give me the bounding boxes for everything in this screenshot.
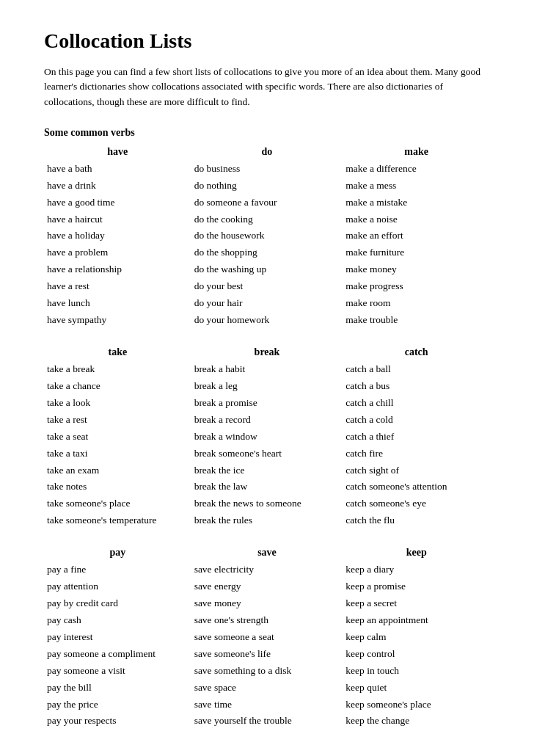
table-row: pay someone a visit <box>44 663 191 680</box>
col-header-take: take <box>44 346 191 361</box>
table-row: do the housework <box>191 228 343 244</box>
table-row: take someone's place <box>44 495 191 512</box>
table-row: pay a fine <box>44 561 191 578</box>
table-row: save electricity <box>191 561 343 578</box>
col-header-do: do <box>191 146 343 161</box>
table-row: have lunch <box>44 295 191 312</box>
table-row: pay the bill <box>44 680 191 697</box>
table-row: save something to a disk <box>191 663 343 680</box>
table-row: make a difference <box>343 161 490 178</box>
table-row: catch fire <box>343 446 490 462</box>
section-label: Some common verbs <box>44 127 490 139</box>
table-row: catch someone's attention <box>343 479 490 495</box>
table-row: make an effort <box>343 228 490 244</box>
table-row: take a break <box>44 361 191 378</box>
table-row: break a promise <box>191 395 343 412</box>
col-header-have: have <box>44 146 191 161</box>
table-row: pay someone a compliment <box>44 646 191 663</box>
table-row: take a rest <box>44 412 191 429</box>
table-row: make money <box>343 261 490 278</box>
col-header-break: break <box>191 346 343 361</box>
table-row: make progress <box>343 278 490 295</box>
table-row: save space <box>191 680 343 697</box>
table-row: do nothing <box>191 178 343 195</box>
table-row: do the cooking <box>191 211 343 228</box>
table-row: have a haircut <box>44 211 191 228</box>
table-row: pay interest <box>44 629 191 646</box>
intro-text: On this page you can find a few short li… <box>44 65 490 109</box>
col-header-save: save <box>191 547 343 561</box>
table-row: break the rules <box>191 512 343 529</box>
table-row: have a bath <box>44 161 191 178</box>
table-row: do the washing up <box>191 261 343 278</box>
table-row: save time <box>191 697 343 713</box>
table-row: do your hair <box>191 295 343 312</box>
table-row: break someone's heart <box>191 446 343 462</box>
table-row: take a seat <box>44 429 191 446</box>
table-row: do your best <box>191 278 343 295</box>
table-row: catch the flu <box>343 512 490 529</box>
table-row: keep someone's place <box>343 697 490 713</box>
table-row: keep a diary <box>343 561 490 578</box>
table-take-break-catch: take break catch take a breakbreak a hab… <box>44 346 490 529</box>
table-have-do-make: have do make have a bathdo businessmake … <box>44 146 490 329</box>
table-row: pay cash <box>44 612 191 629</box>
table-pay-save-keep: pay save keep pay a finesave electricity… <box>44 547 490 730</box>
table-row: break a window <box>191 429 343 446</box>
page-title: Collocation Lists <box>44 29 490 53</box>
table-row: make a noise <box>343 211 490 228</box>
table-row: do your homework <box>191 312 343 329</box>
table-row: save energy <box>191 578 343 595</box>
table-row: keep in touch <box>343 663 490 680</box>
table-row: take notes <box>44 479 191 495</box>
table-row: pay your respects <box>44 713 191 730</box>
table-row: make room <box>343 295 490 312</box>
table-row: save someone a seat <box>191 629 343 646</box>
table-row: have a holiday <box>44 228 191 244</box>
table-row: take a chance <box>44 378 191 395</box>
table-row: break a habit <box>191 361 343 378</box>
table-row: pay by credit card <box>44 595 191 612</box>
table-row: have a problem <box>44 244 191 261</box>
table-row: keep quiet <box>343 680 490 697</box>
table-row: have a drink <box>44 178 191 195</box>
table-row: catch a chill <box>343 395 490 412</box>
table-row: break a record <box>191 412 343 429</box>
table-row: take an exam <box>44 462 191 479</box>
table-row: pay the price <box>44 697 191 713</box>
table-row: save someone's life <box>191 646 343 663</box>
col-header-keep: keep <box>343 547 490 561</box>
table-row: do someone a favour <box>191 195 343 211</box>
table-row: catch a thief <box>343 429 490 446</box>
table-row: keep an appointment <box>343 612 490 629</box>
table-row: break the law <box>191 479 343 495</box>
table-row: make trouble <box>343 312 490 329</box>
table-row: catch a cold <box>343 412 490 429</box>
table-row: catch sight of <box>343 462 490 479</box>
table-row: keep control <box>343 646 490 663</box>
table-row: keep the change <box>343 713 490 730</box>
table-row: have a rest <box>44 278 191 295</box>
table-row: keep calm <box>343 629 490 646</box>
table-row: do the shopping <box>191 244 343 261</box>
table-row: have a good time <box>44 195 191 211</box>
table-row: take someone's temperature <box>44 512 191 529</box>
table-row: catch a bus <box>343 378 490 395</box>
table-row: keep a promise <box>343 578 490 595</box>
table-row: make furniture <box>343 244 490 261</box>
table-row: make a mess <box>343 178 490 195</box>
table-row: keep a secret <box>343 595 490 612</box>
table-row: take a taxi <box>44 446 191 462</box>
table-row: save yourself the trouble <box>191 713 343 730</box>
table-row: catch a ball <box>343 361 490 378</box>
table-row: have a relationship <box>44 261 191 278</box>
table-row: catch someone's eye <box>343 495 490 512</box>
table-row: do business <box>191 161 343 178</box>
col-header-make: make <box>343 146 490 161</box>
table-row: make a mistake <box>343 195 490 211</box>
table-row: have sympathy <box>44 312 191 329</box>
table-row: save one's strength <box>191 612 343 629</box>
table-row: take a look <box>44 395 191 412</box>
table-row: save money <box>191 595 343 612</box>
table-row: break the news to someone <box>191 495 343 512</box>
